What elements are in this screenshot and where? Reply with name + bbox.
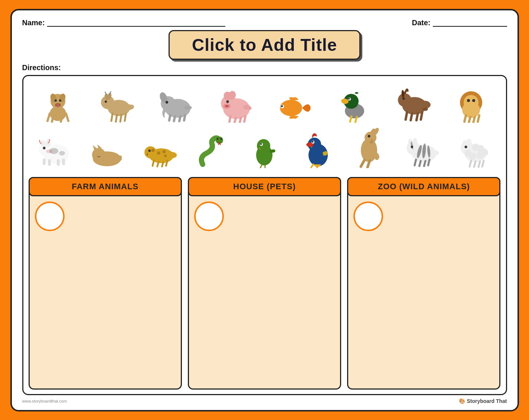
rooster-svg [300, 131, 334, 168]
category-house-title: HOUSE (PETS) [233, 182, 295, 191]
svg-line-129 [361, 160, 365, 167]
svg-point-155 [464, 145, 467, 148]
logo-text: Storyboard That [467, 398, 507, 404]
category-farm: FARM ANIMALS [29, 177, 182, 390]
category-house: HOUSE (PETS) [188, 177, 341, 390]
svg-line-142 [419, 161, 421, 166]
lion-svg [453, 86, 490, 123]
svg-line-143 [424, 161, 426, 166]
title-text: Click to Add Title [192, 35, 337, 55]
pig-svg [216, 86, 254, 123]
category-zoo-slot[interactable] [353, 201, 383, 231]
category-zoo-header: ZOO (WILD ANIMALS) [347, 177, 500, 196]
animal-lion [453, 82, 490, 123]
animal-rooster [298, 127, 336, 168]
category-house-slot[interactable] [194, 201, 224, 231]
svg-point-114 [260, 143, 262, 145]
leopard-svg [141, 135, 178, 168]
svg-point-107 [217, 138, 219, 140]
svg-line-44 [235, 118, 236, 122]
svg-point-50 [281, 105, 282, 106]
category-farm-body [30, 196, 181, 388]
svg-point-128 [368, 135, 370, 137]
cow-svg [36, 131, 73, 168]
svg-point-152 [464, 150, 472, 157]
svg-rect-87 [62, 158, 65, 165]
svg-line-159 [482, 161, 484, 167]
svg-line-156 [470, 161, 471, 167]
animal-goldfish [275, 82, 313, 123]
kangaroo-svg [353, 127, 386, 168]
svg-rect-85 [48, 159, 51, 166]
horse-svg [394, 82, 431, 123]
animal-horse [394, 82, 431, 123]
animal-cow [36, 127, 73, 168]
svg-point-97 [148, 150, 150, 152]
svg-point-88 [49, 148, 58, 154]
svg-line-74 [464, 115, 466, 122]
svg-line-23 [120, 115, 121, 122]
animals-row1 [29, 81, 501, 124]
svg-point-55 [348, 98, 350, 99]
category-farm-slot[interactable] [35, 201, 65, 231]
zebra-svg [403, 131, 440, 168]
svg-line-75 [469, 117, 470, 122]
svg-line-157 [474, 161, 476, 167]
animal-dog [39, 82, 76, 123]
svg-line-65 [411, 114, 412, 120]
animal-lamb [456, 127, 493, 168]
snake-svg [195, 135, 229, 168]
svg-rect-86 [57, 159, 60, 166]
svg-point-89 [59, 151, 65, 155]
animals-row2 [29, 126, 501, 170]
svg-line-33 [184, 115, 185, 121]
svg-point-63 [422, 107, 428, 111]
svg-line-141 [415, 160, 416, 165]
svg-rect-84 [43, 158, 46, 165]
svg-line-115 [260, 164, 262, 168]
date-label: Date: [412, 19, 430, 27]
animal-kangaroo [351, 127, 388, 168]
svg-point-82 [43, 147, 46, 149]
svg-line-32 [179, 116, 180, 121]
svg-line-144 [428, 160, 430, 165]
directions-label: Directions: [22, 63, 507, 72]
svg-line-22 [116, 115, 117, 122]
svg-line-30 [169, 115, 170, 121]
svg-line-24 [125, 114, 126, 121]
dog-svg [43, 86, 73, 123]
footer: www.storyboardthat.com 🎨 Storyboard That [22, 397, 507, 404]
svg-line-66 [417, 114, 418, 120]
svg-line-9 [52, 115, 53, 122]
svg-point-18 [105, 101, 107, 103]
goldfish-svg [275, 93, 313, 123]
svg-line-10 [61, 115, 62, 122]
main-content: FARM ANIMALS HOUSE (PETS) ZOO (WILD ANIM… [22, 75, 507, 395]
title-box[interactable]: Click to Add Title [169, 30, 360, 60]
svg-line-43 [229, 116, 231, 122]
elephant-svg [157, 86, 195, 123]
animal-elephant [157, 82, 195, 123]
logo-icon: 🎨 [459, 398, 465, 404]
svg-point-4 [55, 99, 57, 102]
svg-point-98 [151, 148, 154, 152]
category-farm-title: FARM ANIMALS [72, 182, 138, 191]
svg-point-60 [398, 93, 411, 106]
svg-point-28 [184, 105, 192, 109]
svg-line-77 [478, 115, 479, 122]
date-field: Date: [412, 19, 507, 27]
svg-point-108 [221, 138, 222, 140]
animal-snake [193, 127, 231, 168]
svg-line-45 [240, 118, 241, 122]
svg-point-95 [144, 146, 157, 158]
svg-point-71 [472, 99, 475, 102]
svg-point-29 [166, 101, 168, 103]
logo: 🎨 Storyboard That [459, 398, 507, 404]
animal-leopard [141, 127, 178, 168]
goat-svg [98, 86, 135, 123]
svg-point-121 [311, 141, 313, 142]
category-zoo: ZOO (WILD ANIMALS) [347, 177, 500, 390]
worksheet-page: Name: Date: Click to Add Title Direction… [10, 9, 519, 411]
categories-row: FARM ANIMALS HOUSE (PETS) ZOO (WILD ANIM… [29, 177, 501, 390]
name-line [47, 19, 225, 27]
